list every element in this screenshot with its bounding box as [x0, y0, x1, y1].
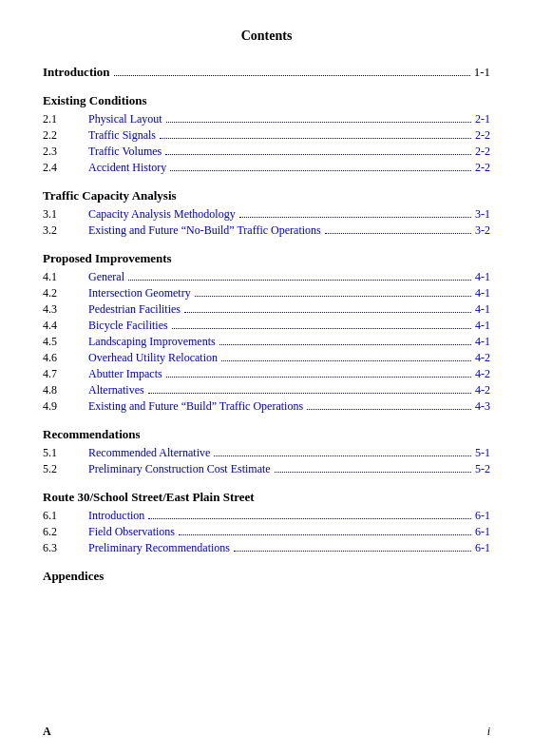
entry-number: 5.2 — [43, 462, 88, 476]
toc-section-2: Proposed Improvements4.1General4-14.2Int… — [43, 251, 490, 414]
entry-dots — [219, 344, 471, 345]
entry-number: 4.1 — [43, 270, 88, 284]
toc-entry-2-4: 4.5Landscaping Improvements4-1 — [43, 335, 490, 349]
page-title: Contents — [43, 29, 490, 44]
toc-section-3: Recommendations5.1Recommended Alternativ… — [43, 427, 490, 476]
entry-dots — [195, 296, 471, 297]
entry-page: 4-2 — [475, 383, 490, 397]
entry-dots — [172, 328, 471, 329]
entry-page: 2-2 — [475, 161, 490, 175]
section-heading-3: Recommendations — [43, 427, 490, 442]
entry-label: Recommended Alternative — [88, 446, 210, 460]
entry-label: Intersection Geometry — [88, 286, 191, 300]
entry-dots — [170, 170, 471, 171]
entry-page: 4-3 — [475, 399, 490, 414]
entry-page: 5-1 — [475, 446, 490, 460]
entry-number: 2.4 — [43, 161, 88, 175]
entry-page: 3-2 — [475, 223, 490, 238]
entry-number: 4.4 — [43, 319, 88, 333]
entry-dots — [239, 217, 471, 218]
toc-section-4: Route 30/School Street/East Plain Street… — [43, 490, 490, 555]
section-heading-5: Appendices — [43, 569, 490, 584]
entry-page: 4-1 — [475, 302, 490, 317]
entry-number: 6.3 — [43, 541, 88, 555]
entry-label: Landscaping Improvements — [88, 335, 216, 349]
footer-left: A — [43, 725, 51, 739]
entry-label: Abutter Impacts — [88, 367, 162, 381]
entry-label: Introduction — [88, 509, 144, 523]
entry-dots — [166, 377, 471, 378]
entry-dots — [165, 154, 471, 155]
entry-page: 5-2 — [475, 462, 490, 476]
entry-dots — [275, 472, 471, 473]
entry-number: 4.6 — [43, 351, 88, 365]
entry-page: 4-2 — [475, 367, 490, 381]
entry-label: Capacity Analysis Methodology — [88, 207, 236, 222]
section-heading-0: Existing Conditions — [43, 93, 490, 108]
entry-number: 2.3 — [43, 145, 88, 159]
page: Contents Introduction 1-1 Existing Condi… — [0, 0, 533, 756]
section-heading-1: Traffic Capacity Analysis — [43, 188, 490, 204]
entry-dots — [128, 280, 471, 281]
entry-number: 4.3 — [43, 302, 88, 317]
entry-number: 3.1 — [43, 207, 88, 222]
entry-number: 5.1 — [43, 446, 88, 460]
toc-entry-2-3: 4.4Bicycle Facilities4-1 — [43, 319, 490, 333]
entry-number: 6.2 — [43, 525, 88, 539]
toc-entry-2-5: 4.6Overhead Utility Relocation4-2 — [43, 351, 490, 365]
toc-entry-3-1: 5.2Preliminary Construction Cost Estimat… — [43, 462, 490, 476]
entry-number: 6.1 — [43, 509, 88, 523]
entry-number: 2.2 — [43, 128, 88, 143]
intro-page: 1-1 — [474, 65, 490, 80]
toc-entry-1-1: 3.2Existing and Future “No-Build” Traffi… — [43, 223, 490, 238]
entry-dots — [325, 233, 471, 234]
toc-entry-3-0: 5.1Recommended Alternative5-1 — [43, 446, 490, 460]
toc-entry-4-1: 6.2Field Observations6-1 — [43, 525, 490, 539]
entry-page: 4-1 — [475, 319, 490, 333]
entry-label: Overhead Utility Relocation — [88, 351, 218, 365]
entry-number: 3.2 — [43, 223, 88, 238]
entry-label: Field Observations — [88, 525, 175, 539]
entry-number: 4.7 — [43, 367, 88, 381]
toc-entry-2-8: 4.9Existing and Future “Build” Traffic O… — [43, 399, 490, 414]
entry-label: Pedestrian Facilities — [88, 302, 181, 317]
toc-entry-2-1: 4.2Intersection Geometry4-1 — [43, 286, 490, 300]
toc-section-1: Traffic Capacity Analysis3.1Capacity Ana… — [43, 188, 490, 238]
entry-page: 6-1 — [475, 541, 490, 555]
toc-entry-1-0: 3.1Capacity Analysis Methodology3-1 — [43, 207, 490, 222]
toc-entry-2-2: 4.3Pedestrian Facilities4-1 — [43, 302, 490, 317]
entry-dots — [221, 360, 471, 361]
entry-label: Existing and Future “No-Build” Traffic O… — [88, 223, 321, 238]
entry-dots — [184, 312, 471, 313]
intro-entry: Introduction 1-1 — [43, 65, 490, 80]
intro-label: Introduction — [43, 65, 110, 80]
entry-dots — [234, 551, 471, 552]
intro-dots — [114, 75, 470, 76]
entry-dots — [160, 138, 471, 139]
entry-label: Physical Layout — [88, 112, 162, 126]
entry-label: Preliminary Recommendations — [88, 541, 230, 555]
toc-entry-2-6: 4.7Abutter Impacts4-2 — [43, 367, 490, 381]
entry-page: 2-1 — [475, 112, 490, 126]
entry-page: 4-1 — [475, 270, 490, 284]
toc-entry-0-0: 2.1Physical Layout2-1 — [43, 112, 490, 126]
toc-entry-0-2: 2.3Traffic Volumes2-2 — [43, 145, 490, 159]
footer-right: i — [487, 725, 490, 739]
entry-page: 4-1 — [475, 335, 490, 349]
toc-entry-2-0: 4.1General4-1 — [43, 270, 490, 284]
page-footer: A i — [43, 725, 490, 739]
entry-page: 4-2 — [475, 351, 490, 365]
entry-label: Preliminary Construction Cost Estimate — [88, 462, 271, 476]
entry-dots — [307, 409, 471, 410]
toc-section-5: Appendices — [43, 569, 490, 584]
entry-page: 3-1 — [475, 207, 490, 222]
entry-page: 2-2 — [475, 145, 490, 159]
entry-dots — [179, 534, 471, 535]
toc-entry-0-3: 2.4Accident History2-2 — [43, 161, 490, 175]
entry-page: 6-1 — [475, 509, 490, 523]
toc-entry-4-2: 6.3Preliminary Recommendations6-1 — [43, 541, 490, 555]
entry-page: 2-2 — [475, 128, 490, 143]
entry-dots — [148, 518, 471, 519]
toc-entry-2-7: 4.8Alternatives4-2 — [43, 383, 490, 397]
section-heading-4: Route 30/School Street/East Plain Street — [43, 490, 490, 505]
